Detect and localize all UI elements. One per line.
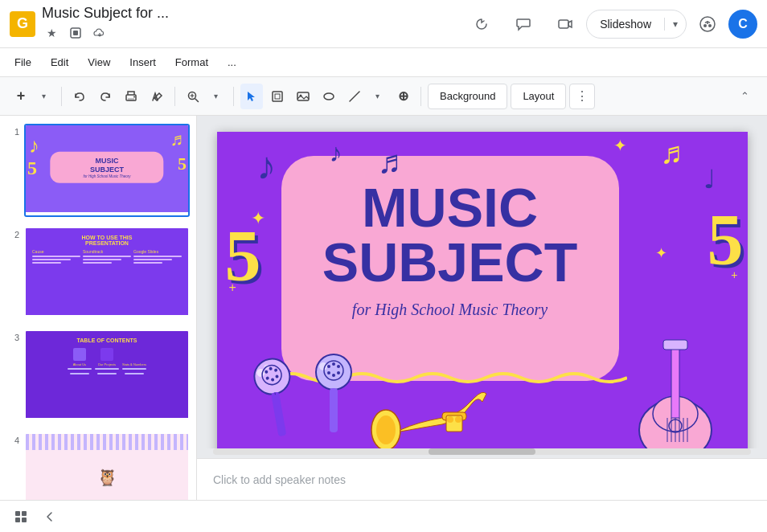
background-button[interactable]: Background: [428, 84, 507, 109]
scrollbar-thumb[interactable]: [429, 448, 536, 455]
svg-point-38: [376, 415, 396, 444]
svg-rect-57: [22, 518, 27, 522]
guitar-icon: [615, 325, 736, 448]
slide-panel: 1 ♪ ♬ 5 5 MUSICSUBJECT for High School M…: [0, 116, 197, 500]
slide-thumb-2[interactable]: HOW TO USE THISPRESENTATION Cause Soundt…: [24, 227, 190, 320]
top-bar: G Music Subject for ... ★ Slideshow ▾ C: [0, 0, 767, 48]
svg-point-35: [327, 371, 330, 374]
slideshow-button[interactable]: Slideshow ▾: [586, 10, 687, 39]
divider-3: [233, 87, 234, 106]
collapse-sidebar-button[interactable]: [39, 505, 61, 528]
slide-number-4: 4: [6, 436, 19, 445]
slide-item-1[interactable]: 1 ♪ ♬ 5 5 MUSICSUBJECT for High School M…: [5, 122, 191, 219]
svg-point-34: [332, 374, 335, 377]
sparkle-1: ✦: [613, 136, 627, 155]
music-note-2: ♬: [378, 144, 402, 180]
slide-thumb-4[interactable]: 🦉: [24, 432, 190, 500]
sparkle-left-1: ✦: [251, 208, 265, 229]
more-options-button[interactable]: ⋮: [569, 84, 595, 109]
menu-format[interactable]: Format: [167, 53, 216, 72]
slide3-thumb-title: TABLE OF CONTENTS: [77, 338, 137, 343]
history-button[interactable]: [467, 10, 496, 39]
redo-button[interactable]: [94, 84, 117, 109]
slide-item-3[interactable]: 3 TABLE OF CONTENTS About Us Our Pro: [5, 328, 191, 424]
number-5-right: 5: [708, 204, 744, 276]
canvas-area: ♪ ♬ ♪ ♬ ♩ ✦ 5 5 ✦ + ✦ + MUSIC SUB: [197, 116, 767, 500]
comment-button[interactable]: [509, 10, 538, 39]
toolbar-center: [467, 10, 580, 39]
menu-bar: File Edit View Insert Format ...: [0, 48, 767, 77]
subject-line: SUBJECT: [289, 235, 611, 289]
svg-rect-36: [330, 388, 338, 432]
bottom-bar: [0, 500, 767, 532]
user-avatar[interactable]: C: [728, 10, 757, 39]
svg-point-15: [251, 356, 292, 397]
sparkle-right-2: +: [731, 268, 737, 281]
add-dropdown[interactable]: ▾: [32, 84, 55, 109]
layout-button[interactable]: Layout: [511, 84, 566, 109]
drive-icon[interactable]: [66, 23, 85, 43]
menu-edit[interactable]: Edit: [43, 53, 76, 72]
zoom-group: ▾: [182, 84, 227, 109]
share-button[interactable]: [693, 10, 722, 39]
svg-rect-1: [73, 31, 78, 35]
svg-point-42: [455, 416, 461, 423]
svg-rect-45: [671, 342, 679, 418]
cloud-save-icon[interactable]: [90, 23, 109, 43]
slide-item-4[interactable]: 4 🦉: [5, 431, 191, 500]
divider-2: [174, 87, 175, 106]
shape-tool[interactable]: [318, 84, 340, 109]
menu-insert[interactable]: Insert: [121, 53, 164, 72]
slide-scrollbar[interactable]: [213, 448, 751, 455]
more-tools[interactable]: ⊕: [392, 84, 414, 109]
svg-point-14: [324, 93, 334, 100]
sparkle-right-1: ✦: [655, 244, 667, 262]
slide-thumb-3[interactable]: TABLE OF CONTENTS About Us Our Projects: [24, 329, 190, 423]
svg-point-27: [316, 354, 351, 390]
music-line: MUSIC: [289, 180, 611, 235]
app-icon[interactable]: G: [10, 11, 35, 37]
zoom-button[interactable]: [182, 84, 204, 109]
divider-1: [61, 87, 62, 106]
svg-rect-54: [15, 511, 20, 516]
music-note-1: ♪: [257, 144, 277, 188]
svg-rect-10: [273, 92, 282, 101]
print-button[interactable]: [120, 84, 142, 109]
video-button[interactable]: [551, 10, 580, 39]
paint-format-button[interactable]: [146, 84, 168, 109]
zoom-dropdown[interactable]: ▾: [204, 84, 227, 109]
maracas2-icon: [306, 352, 362, 448]
speaker-notes[interactable]: Click to add speaker notes: [197, 458, 767, 500]
doc-title[interactable]: Music Subject for ...: [42, 5, 203, 22]
line-dropdown[interactable]: ▾: [366, 84, 388, 109]
star-icon[interactable]: ★: [42, 23, 61, 43]
svg-point-41: [447, 416, 453, 423]
svg-rect-56: [15, 518, 20, 522]
select-tool[interactable]: [240, 84, 263, 109]
svg-point-5: [708, 24, 712, 27]
frame-tool[interactable]: [266, 84, 289, 109]
svg-rect-55: [22, 511, 27, 516]
undo-button[interactable]: [68, 84, 91, 109]
doc-title-area: Music Subject for ... ★: [42, 5, 461, 43]
slideshow-dropdown-arrow[interactable]: ▾: [665, 18, 686, 30]
slideshow-label: Slideshow: [587, 18, 665, 31]
menu-file[interactable]: File: [6, 53, 39, 72]
canvas-scroll[interactable]: ♪ ♬ ♪ ♬ ♩ ✦ 5 5 ✦ + ✦ + MUSIC SUB: [197, 116, 767, 448]
slide-item-2[interactable]: 2 HOW TO USE THISPRESENTATION Cause Soun…: [5, 225, 191, 321]
add-button[interactable]: +: [10, 84, 32, 109]
notes-placeholder[interactable]: Click to add speaker notes: [213, 473, 346, 486]
slide-thumb-1[interactable]: ♪ ♬ 5 5 MUSICSUBJECT for High School Mus…: [24, 124, 190, 217]
svg-rect-25: [270, 391, 285, 436]
svg-point-33: [337, 371, 340, 374]
image-tool[interactable]: [292, 84, 314, 109]
grid-view-button[interactable]: [10, 505, 32, 528]
divider-4: [420, 87, 421, 106]
doc-icons: ★: [42, 23, 461, 43]
menu-view[interactable]: View: [80, 53, 118, 72]
line-tool[interactable]: [343, 84, 366, 109]
menu-more[interactable]: ...: [219, 53, 244, 72]
main-slide-canvas[interactable]: ♪ ♬ ♪ ♬ ♩ ✦ 5 5 ✦ + ✦ + MUSIC SUB: [217, 132, 748, 448]
subtitle-text: for High School Music Theory: [289, 301, 611, 319]
collapse-toolbar-button[interactable]: ⌃: [732, 84, 757, 109]
